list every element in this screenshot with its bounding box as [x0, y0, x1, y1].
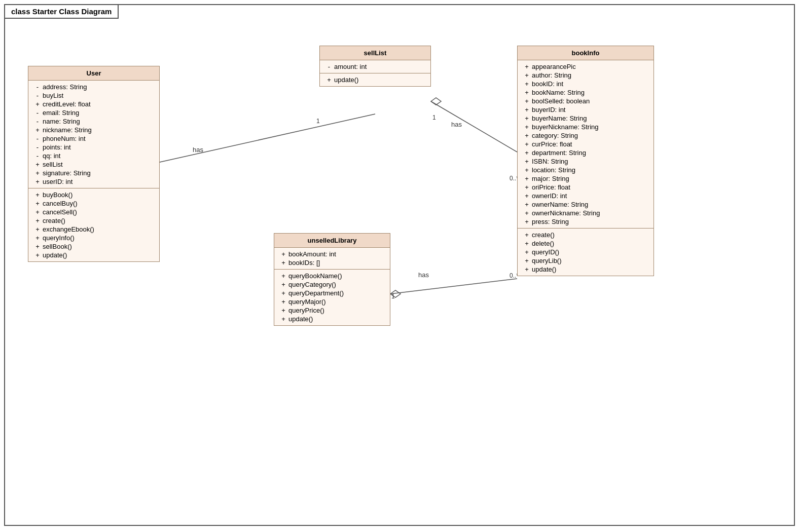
svg-line-0 — [160, 114, 375, 162]
class-unselledlibrary: unselledLibrary +bookAmount: int +bookID… — [274, 233, 390, 326]
class-unselledlibrary-header: unselledLibrary — [274, 234, 390, 248]
class-user-header: User — [28, 66, 159, 81]
mult-selllist-1: 1 — [432, 114, 436, 121]
class-bookinfo-attributes: +appearancePic +author: String +bookID: … — [518, 60, 653, 229]
svg-line-4 — [390, 279, 517, 294]
class-selllist: sellList -amount: int +update() — [319, 46, 431, 87]
class-unselledlibrary-attributes: +bookAmount: int +bookIDs: [] — [274, 248, 390, 270]
mult-selllist-1-top: 1 — [316, 118, 320, 125]
class-user-attributes: -address: String -buyList +creditLevel: … — [28, 81, 159, 188]
class-unselledlibrary-methods: +queryBookName() +queryCategory() +query… — [274, 270, 390, 325]
conn-label-user-selllist: has — [193, 146, 203, 154]
conn-label-selllist-bookinfo: has — [451, 121, 462, 128]
svg-line-2 — [431, 101, 517, 152]
class-selllist-methods: +update() — [320, 73, 430, 86]
class-user: User -address: String -buyList +creditLe… — [28, 66, 160, 262]
class-bookinfo-methods: +create() +delete() +queryID() +queryLib… — [518, 229, 653, 276]
class-user-methods: +buyBook() +cancelBuy() +cancelSell() +c… — [28, 188, 159, 261]
conn-label-unselled-bookinfo: has — [418, 271, 429, 279]
class-selllist-attributes: -amount: int — [320, 60, 430, 73]
class-bookinfo: bookInfo +appearancePic +author: String … — [517, 46, 654, 276]
mult-unselled-1: 1 — [391, 293, 395, 300]
class-selllist-header: sellList — [320, 46, 430, 60]
svg-marker-3 — [431, 98, 441, 105]
diagram-title: class Starter Class Diagram — [5, 5, 119, 19]
diagram-container: class Starter Class Diagram has 1 1 has … — [4, 4, 795, 526]
class-bookinfo-header: bookInfo — [518, 46, 653, 60]
